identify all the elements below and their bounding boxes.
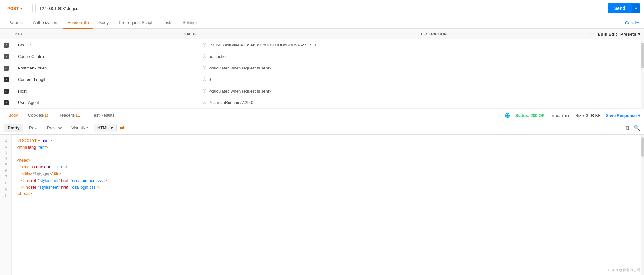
code-line-5: <meta charset="UTF-8"> bbox=[17, 164, 636, 171]
tab-params[interactable]: Params bbox=[4, 17, 27, 29]
bulk-edit-button[interactable]: Bulk Edit bbox=[598, 32, 617, 36]
col-value-header: VALUE bbox=[184, 32, 421, 36]
cookies-link[interactable]: Cookies bbox=[625, 17, 640, 28]
code-line-10 bbox=[17, 197, 636, 204]
send-button-group: Send ▾ bbox=[608, 3, 640, 13]
info-icon[interactable]: ⓘ bbox=[203, 54, 206, 59]
copy-button[interactable]: ⧉ bbox=[626, 125, 629, 131]
info-icon[interactable]: ⓘ bbox=[203, 65, 206, 71]
code-scrollbar-track[interactable] bbox=[641, 135, 644, 275]
tab-settings[interactable]: Settings bbox=[178, 17, 202, 29]
request-tab-bar: Params Authorization Headers(9) Body Pre… bbox=[0, 17, 644, 29]
code-line-2: <html lang="en"> bbox=[17, 144, 636, 151]
value-cell: ⓘ <calculated when request is sent> bbox=[203, 65, 458, 71]
send-dropdown-button[interactable]: ▾ bbox=[632, 4, 640, 13]
row-checkbox-6[interactable]: ✓ bbox=[4, 100, 9, 105]
table-row: ✓ User-Agent ⓘ PostmanRuntime/7.29.0 bbox=[0, 97, 644, 109]
info-icon[interactable]: ⓘ bbox=[203, 100, 206, 105]
status-badge: Status: 200 OK bbox=[515, 113, 545, 118]
col-key-header: KEY bbox=[15, 32, 184, 36]
format-bar: Pretty Raw Preview Visualize HTML ▾ ⇌ ⧉ … bbox=[0, 121, 644, 135]
more-options-button[interactable]: ··· bbox=[590, 31, 595, 36]
key-cell: Postman-Token bbox=[15, 64, 203, 72]
tab-headers[interactable]: Headers(9) bbox=[63, 17, 93, 29]
headers-table: ✓ Cookie ⓘ JSESSIONID=4F41D94B890A07BD9D… bbox=[0, 39, 644, 109]
key-cell: Content-Length bbox=[15, 76, 203, 83]
response-meta: 🌐 Status: 200 OK Time: 7 ms Size: 3.08 K… bbox=[505, 113, 640, 118]
scrollbar-thumb[interactable] bbox=[641, 43, 644, 68]
table-row: ✓ Content-Length ⓘ 0 bbox=[0, 74, 644, 85]
globe-icon: 🌐 bbox=[505, 113, 510, 118]
response-tab-body[interactable]: Body bbox=[4, 109, 22, 121]
row-checkbox-4[interactable]: ✓ bbox=[4, 77, 9, 82]
url-input[interactable] bbox=[35, 4, 605, 13]
response-section: Body Cookies(1) Headers(11) Test Results… bbox=[0, 109, 644, 275]
presets-button[interactable]: Presets ▾ bbox=[620, 32, 640, 36]
row-checkbox-3[interactable]: ✓ bbox=[4, 66, 9, 71]
scrollbar-track[interactable] bbox=[641, 39, 644, 109]
code-area: 1 2 3 4 5 6 7 8 9 10 <!DOCTYPE html> <ht… bbox=[0, 135, 644, 275]
key-cell: Cookie bbox=[15, 41, 203, 49]
row-checkbox-5[interactable]: ✓ bbox=[4, 89, 9, 94]
tab-body[interactable]: Body bbox=[95, 17, 113, 29]
info-icon[interactable]: ⓘ bbox=[203, 77, 206, 82]
key-cell: Host bbox=[15, 87, 203, 95]
info-icon[interactable]: ⓘ bbox=[203, 88, 206, 94]
method-select[interactable]: POST ▾ bbox=[4, 4, 33, 13]
row-checkbox-1[interactable]: ✓ bbox=[4, 43, 9, 48]
response-tab-cookies[interactable]: Cookies(1) bbox=[24, 109, 53, 121]
code-line-7: <link rel="stylesheet" href="css/common.… bbox=[17, 177, 636, 184]
code-content: <!DOCTYPE html> <html lang="en"> <head> … bbox=[12, 135, 641, 275]
language-select[interactable]: HTML ▾ bbox=[94, 124, 117, 132]
word-wrap-button[interactable]: ⇌ bbox=[120, 125, 125, 132]
code-line-1: <!DOCTYPE html> bbox=[17, 137, 636, 144]
save-response-button[interactable]: Save Response ▾ bbox=[606, 113, 640, 118]
value-cell: ⓘ JSESSIONID=4F41D94B890A07BD9DD5D0E60A2… bbox=[203, 42, 458, 48]
search-button[interactable]: 🔍 bbox=[634, 125, 640, 131]
code-scrollbar-thumb[interactable] bbox=[641, 137, 644, 157]
key-cell: Cache-Control bbox=[15, 53, 203, 60]
row-checkbox-2[interactable]: ✓ bbox=[4, 54, 9, 59]
tab-tests[interactable]: Tests bbox=[158, 17, 177, 29]
headers-table-header: KEY VALUE DESCRIPTION ··· Bulk Edit Pres… bbox=[0, 29, 644, 39]
table-row: ✓ Host ⓘ <calculated when request is sen… bbox=[0, 85, 644, 97]
request-bar: POST ▾ Send ▾ bbox=[0, 0, 644, 17]
key-cell: User-Agent bbox=[15, 99, 203, 106]
table-row: ✓ Cache-Control ⓘ no-cache bbox=[0, 51, 644, 62]
method-chevron: ▾ bbox=[20, 7, 22, 10]
info-icon[interactable]: ⓘ bbox=[203, 42, 206, 48]
code-line-3 bbox=[17, 151, 636, 158]
method-value: POST bbox=[7, 6, 19, 11]
format-visualize-button[interactable]: Visualize bbox=[68, 124, 92, 132]
response-tab-headers[interactable]: Headers(11) bbox=[54, 109, 86, 121]
value-cell: ⓘ 0 bbox=[203, 77, 458, 82]
response-size: Size: 3.08 KB bbox=[576, 113, 601, 118]
format-pretty-button[interactable]: Pretty bbox=[4, 124, 23, 132]
table-row: ✓ Cookie ⓘ JSESSIONID=4F41D94B890A07BD9D… bbox=[0, 39, 644, 51]
response-tab-testresults[interactable]: Test Results bbox=[87, 109, 119, 121]
value-cell: ⓘ PostmanRuntime/7.29.0 bbox=[203, 100, 458, 105]
format-preview-button[interactable]: Preview bbox=[43, 124, 66, 132]
col-desc-header: DESCRIPTION bbox=[421, 32, 590, 36]
send-main-button[interactable]: Send bbox=[608, 3, 632, 13]
line-numbers: 1 2 3 4 5 6 7 8 9 10 bbox=[0, 135, 12, 275]
tab-authorization[interactable]: Authorization bbox=[28, 17, 62, 29]
tab-prerequest[interactable]: Pre-request Script bbox=[114, 17, 157, 29]
response-time: Time: 7 ms bbox=[550, 113, 570, 118]
code-line-6: <title>登录页面</title> bbox=[17, 171, 636, 177]
response-tab-bar: Body Cookies(1) Headers(11) Test Results… bbox=[0, 109, 644, 121]
format-raw-button[interactable]: Raw bbox=[25, 124, 41, 132]
value-cell: ⓘ <calculated when request is sent> bbox=[203, 88, 458, 94]
value-cell: ⓘ no-cache bbox=[203, 54, 458, 59]
code-line-9: </head> bbox=[17, 190, 636, 197]
code-line-4: <head> bbox=[17, 157, 636, 164]
table-row: ✓ Postman-Token ⓘ <calculated when reque… bbox=[0, 62, 644, 74]
code-line-8: <link rel="stylesheet" href="css/login.c… bbox=[17, 184, 636, 191]
watermark: CSDN @粉色的志明 bbox=[608, 268, 640, 272]
